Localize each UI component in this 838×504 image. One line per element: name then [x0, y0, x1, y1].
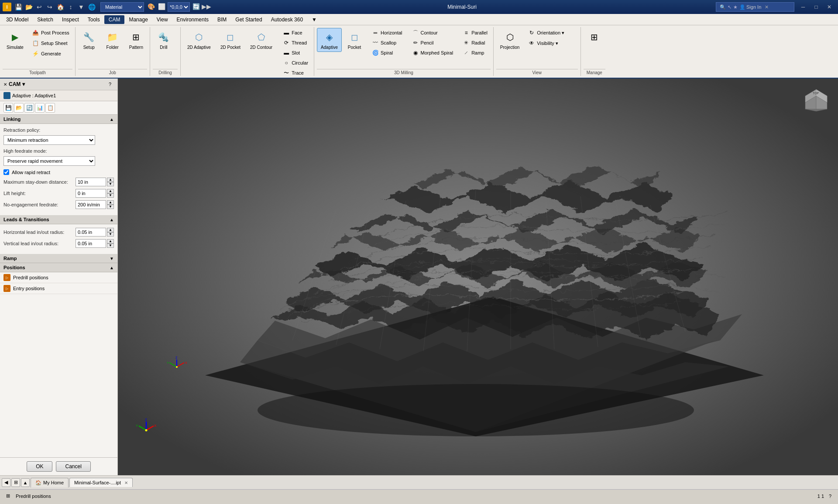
menu-environments[interactable]: Environments [172, 15, 213, 24]
drill-button[interactable]: 🔩 Drill [153, 28, 175, 52]
predrill-positions-item[interactable]: ▷ Predrill positions [0, 272, 117, 283]
thread-button[interactable]: ⟳Thread [280, 38, 311, 48]
panel-help-button[interactable]: ? [106, 80, 114, 88]
minimize-button[interactable]: ─ [797, 2, 809, 12]
qa-network[interactable]: 🌐 [87, 3, 96, 11]
close-button[interactable]: ✕ [823, 2, 835, 12]
cursor-icon[interactable]: ↖ [728, 4, 732, 10]
tab-grid-button[interactable]: ⊞ [11, 478, 20, 487]
horiz-lead-up[interactable]: ▲ [107, 228, 114, 232]
slot-button[interactable]: ▬Slot [280, 48, 311, 58]
visibility-button[interactable]: 👁Visibility ▾ [525, 38, 567, 48]
no-engagement-up[interactable]: ▲ [107, 200, 114, 205]
tab-prev-button[interactable]: ◀ [2, 478, 10, 487]
tab-close-button[interactable]: ✕ [124, 480, 128, 485]
menu-inspect[interactable]: Inspect [58, 15, 83, 24]
lift-height-down[interactable]: ▼ [107, 193, 114, 198]
orientation-button[interactable]: ↻Orientation ▾ [525, 28, 567, 38]
menu-more[interactable]: ▼ [307, 15, 321, 24]
qa-box[interactable]: ⬜ [157, 2, 166, 11]
ok-button[interactable]: OK [27, 461, 52, 472]
qa-refresh[interactable]: 🔄 [192, 2, 200, 11]
max-stay-down-up[interactable]: ▲ [107, 178, 114, 182]
qa-home[interactable]: ↕ [66, 3, 75, 11]
folder-button[interactable]: 📁 Folder [102, 28, 124, 52]
max-stay-down-input[interactable] [76, 178, 106, 186]
projection-button[interactable]: ⬡ Projection [496, 28, 523, 52]
tab-up-button[interactable]: ▲ [21, 478, 30, 487]
menu-autodesk360[interactable]: Autodesk 360 [267, 15, 307, 24]
horizontal-button[interactable]: ═Horizontal [369, 28, 405, 38]
vert-lead-up[interactable]: ▲ [107, 239, 114, 243]
star-icon[interactable]: ★ [733, 4, 738, 10]
status-help-icon[interactable]: ? [826, 492, 835, 501]
toolbar-list-btn[interactable]: 📋 [45, 103, 55, 113]
status-windows-icon[interactable]: ⊞ [3, 492, 12, 501]
retraction-policy-select[interactable]: Minimum retraction [3, 135, 95, 145]
menu-manage[interactable]: Manage [124, 15, 152, 24]
contour-button[interactable]: ⌒Contour [409, 28, 457, 38]
lift-height-up[interactable]: ▲ [107, 189, 114, 193]
trace-button[interactable]: 〜Trace [280, 68, 311, 78]
setup-button[interactable]: 🔧 Setup [78, 28, 100, 52]
setup-sheet-button[interactable]: 📋 Setup Sheet [29, 38, 72, 48]
high-feedrate-select[interactable]: Preserve rapid movement [3, 156, 95, 166]
pattern-button[interactable]: ⊞ Pattern [125, 28, 147, 52]
2d-adaptive-button[interactable]: ⬡ 2D Adaptive [183, 28, 215, 52]
panel-close-button[interactable]: ✕ [3, 82, 7, 87]
ramp-button[interactable]: ⟋Ramp [460, 48, 491, 58]
menu-bim[interactable]: BIM [213, 15, 231, 24]
vert-lead-down[interactable]: ▼ [107, 243, 114, 248]
toolbar-chart-btn[interactable]: 📊 [35, 103, 45, 113]
qa-arrow[interactable]: ▶▶ [202, 2, 211, 11]
spiral-button[interactable]: 🌀Spiral [369, 48, 405, 58]
ramp-section-header[interactable]: Ramp ▼ [0, 254, 117, 263]
qa-new[interactable]: 💾 [14, 3, 23, 11]
file-tab[interactable]: Minimal-Surface-....ipt ✕ [69, 478, 133, 487]
morphed-spiral-button[interactable]: ◉Morphed Spiral [409, 48, 457, 58]
sign-in-link[interactable]: Sign In [746, 4, 761, 10]
search-icon[interactable]: 🔍 [720, 4, 726, 10]
qa-open[interactable]: 📂 [24, 3, 33, 11]
leads-section-header[interactable]: Leads & Transitions ▲ [0, 215, 117, 224]
menu-sketch[interactable]: Sketch [33, 15, 58, 24]
material-dropdown[interactable]: Material [100, 2, 144, 12]
menu-cam[interactable]: CAM [104, 15, 125, 24]
view-cube[interactable]: TOP [803, 87, 829, 113]
menu-get-started[interactable]: Get Started [231, 15, 266, 24]
generate-button[interactable]: ⚡ Generate [29, 49, 72, 58]
qa-more[interactable]: ▼ [77, 3, 86, 11]
toolbar-rotate-btn[interactable]: 🔄 [24, 103, 34, 113]
positions-section-header[interactable]: Positions ▲ [0, 263, 117, 272]
menu-view[interactable]: View [152, 15, 172, 24]
pocket-3d-button[interactable]: ◻ Pocket [343, 28, 365, 52]
home-tab[interactable]: 🏠 My Home [31, 478, 69, 487]
toolbar-save-btn[interactable]: 💾 [3, 103, 13, 113]
horiz-lead-input[interactable] [76, 228, 106, 237]
horiz-lead-down[interactable]: ▼ [107, 232, 114, 237]
person-icon[interactable]: 👤 [739, 4, 745, 10]
no-engagement-down[interactable]: ▼ [107, 205, 114, 209]
post-process-button[interactable]: 📤 Post Process [29, 28, 72, 38]
cancel-button[interactable]: Cancel [56, 461, 90, 472]
pencil-button[interactable]: ✏Pencil [409, 38, 457, 48]
close-x-icon[interactable]: ✕ [765, 4, 769, 10]
qa-redo[interactable]: 🏠 [56, 3, 65, 11]
circular-button[interactable]: ○Circular [280, 58, 311, 68]
radial-button[interactable]: ✳Radial [460, 38, 491, 48]
adaptive-3d-button[interactable]: ◈ Adaptive [317, 28, 342, 52]
entry-positions-item[interactable]: ▷ Entry positions [0, 283, 117, 294]
linking-section-header[interactable]: Linking ▲ [0, 115, 117, 124]
manage-icon-button[interactable]: ⊞ [584, 28, 605, 46]
max-stay-down-down[interactable]: ▼ [107, 182, 114, 186]
qa-save[interactable]: ↩ [35, 3, 44, 11]
vert-lead-input[interactable] [76, 239, 106, 248]
coordinate-dropdown[interactable]: *0,0,0 [168, 2, 190, 12]
parallel-button[interactable]: ≡Parallel [460, 28, 491, 38]
viewport[interactable]: X Y Z X Y Z [118, 79, 838, 475]
no-engagement-input[interactable] [76, 200, 106, 209]
toolbar-open-btn[interactable]: 📂 [14, 103, 24, 113]
qa-color[interactable]: 🎨 [147, 2, 155, 11]
simulate-button[interactable]: ▶ Simulate [3, 28, 27, 52]
lift-height-input[interactable] [76, 189, 106, 198]
